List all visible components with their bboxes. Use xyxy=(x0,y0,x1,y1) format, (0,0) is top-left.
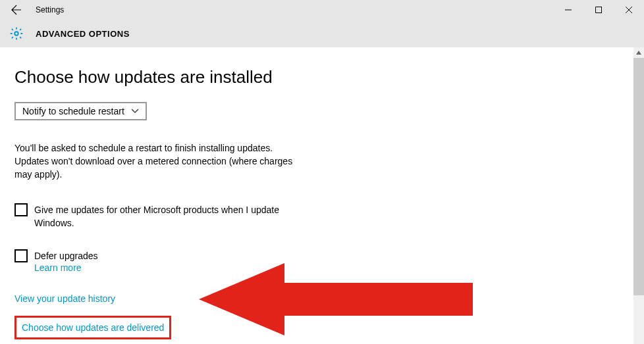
app-title: Settings xyxy=(36,5,64,14)
dropdown-selected-value: Notify to schedule restart xyxy=(22,106,124,116)
titlebar-bottom: ADVANCED OPTIONS xyxy=(0,20,644,47)
other-products-checkbox-row: Give me updates for other Microsoft prod… xyxy=(14,203,630,230)
scroll-thumb[interactable] xyxy=(633,58,644,295)
maximize-icon xyxy=(595,7,602,13)
defer-stack: Defer upgrades Learn more xyxy=(34,249,98,273)
maximize-button[interactable] xyxy=(583,0,614,20)
section-title: Choose how updates are installed xyxy=(14,67,630,87)
scroll-up-arrow-icon[interactable] xyxy=(633,47,644,58)
window-controls xyxy=(553,0,644,20)
svg-rect-0 xyxy=(596,7,602,13)
close-icon xyxy=(626,7,632,13)
links-block: View your update history Choose how upda… xyxy=(14,293,630,339)
gear-icon xyxy=(5,26,28,41)
defer-upgrades-row: Defer upgrades Learn more xyxy=(14,249,630,273)
defer-upgrades-checkbox[interactable] xyxy=(14,249,28,262)
defer-upgrades-label: Defer upgrades xyxy=(34,249,98,262)
install-schedule-dropdown[interactable]: Notify to schedule restart xyxy=(14,102,147,120)
choose-delivery-link[interactable]: Choose how updates are delivered xyxy=(22,322,164,333)
chevron-down-icon xyxy=(131,109,139,114)
page-header: ADVANCED OPTIONS xyxy=(36,29,130,39)
content-area: Choose how updates are installed Notify … xyxy=(0,47,644,344)
minimize-icon xyxy=(565,7,572,13)
svg-point-1 xyxy=(14,32,18,36)
titlebar-top: Settings xyxy=(0,0,644,20)
titlebar: Settings ADVANCED OPTIONS xyxy=(0,0,644,47)
close-button[interactable] xyxy=(614,0,644,20)
other-products-label: Give me updates for other Microsoft prod… xyxy=(34,203,298,230)
vertical-scrollbar[interactable] xyxy=(633,47,644,344)
back-arrow-icon xyxy=(11,5,22,15)
highlighted-link-box: Choose how updates are delivered xyxy=(14,316,171,339)
other-products-checkbox[interactable] xyxy=(14,203,28,216)
learn-more-link[interactable]: Learn more xyxy=(34,262,98,273)
back-button[interactable] xyxy=(5,0,28,20)
minimize-button[interactable] xyxy=(553,0,583,20)
view-update-history-link[interactable]: View your update history xyxy=(14,293,115,304)
install-description: You'll be asked to schedule a restart to… xyxy=(14,141,298,181)
